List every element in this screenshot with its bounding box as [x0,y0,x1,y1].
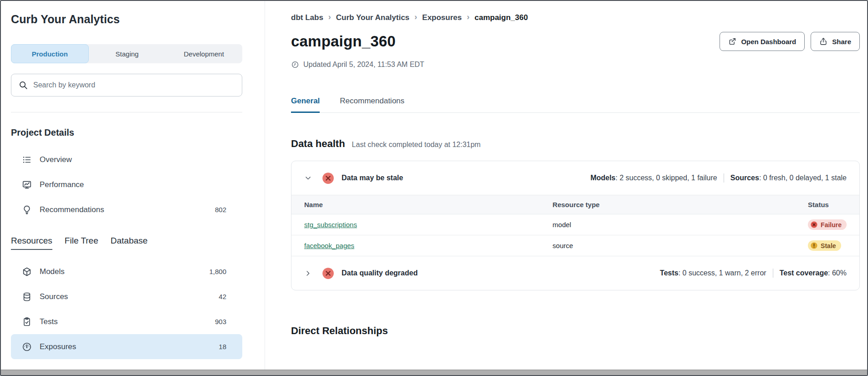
share-icon [819,37,827,46]
sidebar-item-recommendations[interactable]: Recommendations 802 [11,197,242,222]
sidebar-item-count: 18 [219,343,226,351]
sidebar-item-exposures[interactable]: Exposures 18 [11,334,242,359]
clipboard-check-icon [22,317,32,327]
lightbulb-icon [22,205,32,215]
quality-section-title: Data quality degraded [342,269,418,277]
gauge-icon [22,342,32,352]
warning-icon [810,242,818,249]
col-name: Name [291,195,552,214]
app-window: Curb Your Analytics Production Staging D… [0,0,868,376]
direct-relationships-heading: Direct Relationships [291,325,860,337]
main-content: dbt Labs › Curb Your Analytics › Exposur… [265,1,867,375]
env-tab-staging[interactable]: Staging [89,44,166,63]
env-tab-development[interactable]: Development [165,44,242,63]
sidebar-item-count: 1,800 [209,268,226,275]
breadcrumb-account[interactable]: dbt Labs [291,13,323,22]
sidebar-item-sources[interactable]: Sources 42 [11,284,242,309]
sidebar-item-label: Tests [40,317,58,326]
share-button[interactable]: Share [811,32,860,51]
sidebar-item-label: Performance [40,180,84,189]
detail-tabs: General Recommendations [291,97,860,113]
sidebar-item-models[interactable]: Models 1,800 [11,259,242,284]
sidebar-item-label: Exposures [40,342,76,351]
search-icon [18,80,28,90]
stale-section-summary: Models: 2 success, 0 skipped, 1 failure … [590,173,847,183]
database-icon [22,292,32,302]
share-label: Share [832,38,851,46]
project-details-heading: Project Details [11,127,242,138]
table-row: facebook_pages source Stale [291,235,859,256]
chevron-down-icon[interactable] [304,174,312,182]
breadcrumb-project[interactable]: Curb Your Analytics [336,13,409,22]
resource-type-cell: source [552,235,808,256]
sidebar-item-count: 802 [215,206,226,213]
search-input[interactable] [33,81,235,89]
sidebar-item-label: Sources [40,292,68,301]
status-badge-stale: Stale [808,240,841,251]
data-health-subtitle: Last check completed today at 12:31pm [352,141,481,149]
resource-view-tabs: Resources File Tree Database [11,236,242,250]
project-title: Curb Your Analytics [11,13,242,26]
quality-section-row: Data quality degraded Tests: 0 success, … [291,256,859,290]
tab-file-tree[interactable]: File Tree [65,236,98,250]
health-table: Name Resource type Status stg_subscripti… [291,195,859,256]
open-dashboard-label: Open Dashboard [741,38,796,46]
sidebar-item-label: Models [40,267,65,276]
list-icon [22,155,32,165]
breadcrumb: dbt Labs › Curb Your Analytics › Exposur… [291,13,860,22]
environment-tabs: Production Staging Development [11,44,242,63]
sidebar-item-performance[interactable]: Performance [11,172,242,197]
table-header-row: Name Resource type Status [291,195,859,214]
error-circle-icon [322,267,334,279]
tab-recommendations[interactable]: Recommendations [340,97,404,113]
cube-icon [22,267,32,277]
tab-general[interactable]: General [291,97,320,113]
data-health-card: Data may be stale Models: 2 success, 0 s… [291,161,860,290]
resource-link-facebook-pages[interactable]: facebook_pages [304,242,354,249]
env-tab-production[interactable]: Production [11,44,89,63]
open-dashboard-button[interactable]: Open Dashboard [720,32,805,51]
sidebar-item-label: Overview [40,155,72,164]
divider [724,173,724,183]
data-health-heading: Data health [291,138,345,150]
col-resource-type: Resource type [552,195,808,214]
page-title: campaign_360 [291,33,396,50]
updated-timestamp: Updated April 5, 2024, 11:53 AM EDT [291,61,860,69]
resource-type-cell: model [552,214,808,235]
breadcrumb-current: campaign_360 [475,13,528,22]
table-row: stg_subscriptions model Failure [291,214,859,235]
sidebar-item-label: Recommendations [40,205,104,214]
chevron-right-icon: › [328,12,331,22]
error-circle-icon [322,172,334,184]
breadcrumb-exposures[interactable]: Exposures [422,13,462,22]
sidebar-item-overview[interactable]: Overview [11,147,242,172]
sidebar: Curb Your Analytics Production Staging D… [1,1,265,375]
search-box[interactable] [11,74,242,97]
col-status: Status [808,195,859,214]
divider [773,269,773,278]
stale-section-title: Data may be stale [342,174,403,182]
clock-icon [291,61,299,69]
performance-icon [22,180,32,190]
horizontal-scrollbar[interactable] [1,370,867,375]
tab-database[interactable]: Database [111,236,148,250]
sidebar-item-tests[interactable]: Tests 903 [11,309,242,334]
chevron-right-icon: › [467,12,470,22]
sidebar-divider [11,112,242,112]
chevron-right-icon[interactable] [304,269,312,277]
chevron-right-icon: › [414,12,417,22]
project-details-list: Overview Performance [11,147,242,222]
page-actions: Open Dashboard Share [720,32,860,51]
stale-section-row: Data may be stale Models: 2 success, 0 s… [291,161,859,195]
resource-link-stg-subscriptions[interactable]: stg_subscriptions [304,221,357,229]
external-link-icon [728,37,736,46]
resources-list: Models 1,800 Sources 42 [11,259,242,359]
sidebar-item-count: 42 [219,293,226,300]
status-badge-failure: Failure [808,219,847,230]
sidebar-item-count: 903 [215,318,226,325]
tab-resources[interactable]: Resources [11,236,52,250]
failure-icon [810,221,818,229]
quality-section-summary: Tests: 0 success, 1 warn, 2 error Test c… [660,269,847,278]
